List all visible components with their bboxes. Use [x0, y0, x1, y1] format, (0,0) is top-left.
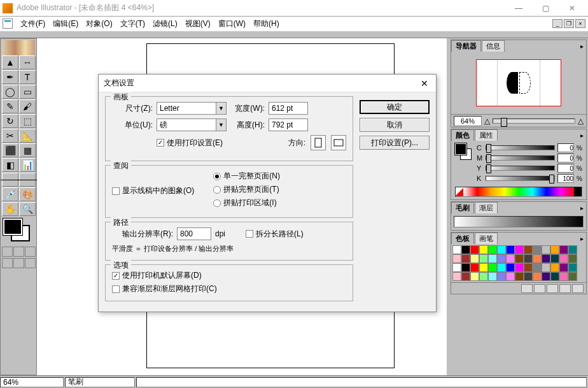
close-button[interactable]: ✕	[559, 1, 585, 16]
swatch-24[interactable]	[542, 254, 550, 263]
swatch-34[interactable]	[506, 263, 515, 272]
swatch-12[interactable]	[559, 245, 568, 254]
slider-M[interactable]	[486, 155, 555, 161]
mode-color[interactable]	[2, 247, 13, 257]
tool-7[interactable]: 🖌	[19, 99, 36, 113]
swatch-36[interactable]	[524, 263, 533, 272]
print-setup-button[interactable]: 打印设置(P)...	[360, 136, 430, 150]
tool-1[interactable]: ↔	[19, 55, 36, 69]
tool-12[interactable]: ⬛	[2, 143, 18, 157]
swatch-31[interactable]	[479, 263, 488, 272]
menu-L[interactable]: 滤镜(L)	[149, 17, 181, 31]
tool-17[interactable]: ───	[19, 173, 36, 187]
width-field[interactable]: 612 pt	[269, 102, 308, 115]
dialog-close-button[interactable]: ✕	[418, 77, 431, 90]
menu-V[interactable]: 视图(V)	[181, 17, 214, 31]
swatch-47[interactable]	[497, 272, 506, 281]
resolution-field[interactable]: 800	[177, 227, 211, 240]
status-scrollbar[interactable]	[136, 377, 587, 387]
mode-none[interactable]	[25, 247, 36, 257]
swatch-27[interactable]	[568, 254, 577, 263]
swatch-11[interactable]	[550, 245, 559, 254]
tool-20[interactable]: ✋	[2, 202, 18, 216]
tab-navigator[interactable]: 导航器	[451, 40, 481, 52]
height-field[interactable]: 792 pt	[269, 119, 308, 131]
tool-13[interactable]: ▦	[19, 143, 36, 157]
swatch-30[interactable]	[470, 263, 479, 272]
tool-8[interactable]: ↻	[2, 114, 18, 128]
mdi-restore[interactable]: ❐	[564, 19, 574, 28]
gradient-preview[interactable]	[454, 216, 584, 227]
tool-0[interactable]: ▲	[2, 55, 18, 69]
swatch-28[interactable]	[452, 263, 461, 272]
tool-14[interactable]: ◧	[2, 158, 18, 172]
swatch-32[interactable]	[488, 263, 497, 272]
size-combo[interactable]: Letter▼	[157, 102, 227, 115]
mdi-minimize[interactable]: _	[552, 19, 563, 28]
swatch-delete[interactable]	[572, 284, 584, 293]
swatch-new[interactable]	[559, 284, 571, 293]
swatch-25[interactable]	[550, 254, 559, 263]
tool-15[interactable]: 📊	[19, 158, 36, 172]
tab-swatches[interactable]: 色板	[451, 233, 474, 244]
radio-tile-full[interactable]: 拼贴完整页面(T)	[213, 184, 280, 195]
maximize-button[interactable]: ▢	[532, 1, 559, 16]
swatch-52[interactable]	[542, 272, 550, 281]
minimize-button[interactable]: —	[505, 1, 532, 16]
swatch-55[interactable]	[568, 272, 577, 281]
tool-18[interactable]: 💉	[2, 187, 18, 201]
swatch-43[interactable]	[461, 272, 470, 281]
tab-stroke[interactable]: 毛刷	[451, 202, 474, 213]
swatch-29[interactable]	[461, 263, 470, 272]
swatch-37[interactable]	[533, 263, 542, 272]
swatch-21[interactable]	[515, 254, 524, 263]
panel-menu-icon[interactable]: ▸	[577, 202, 586, 213]
tab-brushes[interactable]: 画笔	[475, 233, 498, 244]
zoom-input[interactable]	[454, 116, 482, 126]
value-K[interactable]	[557, 174, 574, 183]
zoom-out-icon[interactable]: △	[484, 117, 490, 126]
tool-11[interactable]: 📐	[19, 129, 36, 143]
cancel-button[interactable]: 取消	[360, 118, 430, 132]
color-fill-stroke[interactable]	[455, 143, 472, 162]
compat-gradient-checkbox[interactable]: 兼容渐层和渐层网格打印(C)	[112, 284, 346, 294]
swatch-48[interactable]	[506, 272, 515, 281]
tool-6[interactable]: ✎	[2, 99, 18, 113]
screen-standard[interactable]	[2, 258, 13, 268]
unit-combo[interactable]: 磅▼	[157, 119, 227, 131]
slider-C[interactable]	[486, 145, 555, 150]
swatch-53[interactable]	[550, 272, 559, 281]
tool-21[interactable]: 🔍	[19, 202, 36, 216]
swatch-41[interactable]	[568, 263, 577, 272]
swatch-15[interactable]	[461, 254, 470, 263]
mode-gradient[interactable]	[13, 247, 24, 257]
swatch-44[interactable]	[470, 272, 479, 281]
swatch-16[interactable]	[470, 254, 479, 263]
swatch-26[interactable]	[559, 254, 568, 263]
swatch-btn-3[interactable]	[547, 284, 558, 293]
swatch-22[interactable]	[524, 254, 533, 263]
value-M[interactable]	[557, 154, 574, 162]
value-Y[interactable]	[557, 164, 574, 173]
tool-19[interactable]: 🎨	[19, 187, 36, 201]
swatch-4[interactable]	[488, 245, 497, 254]
swatch-40[interactable]	[559, 263, 568, 272]
navigator-thumbnail[interactable]	[476, 59, 561, 106]
swatch-0[interactable]	[452, 245, 461, 254]
fill-stroke-swatch[interactable]	[2, 219, 35, 245]
value-C[interactable]	[557, 143, 574, 152]
swatch-23[interactable]	[533, 254, 542, 263]
use-printer-screen-checkbox[interactable]: ✓使用打印机默认屏幕(D)	[112, 270, 346, 281]
swatch-51[interactable]	[533, 272, 542, 281]
swatch-9[interactable]	[533, 245, 542, 254]
tool-16[interactable]: ───	[2, 173, 18, 187]
swatch-49[interactable]	[515, 272, 524, 281]
swatch-13[interactable]	[568, 245, 577, 254]
swatch-19[interactable]	[497, 254, 506, 263]
radio-single-page[interactable]: 单一完整页面(N)	[213, 171, 280, 182]
menu-W[interactable]: 窗口(W)	[214, 17, 249, 31]
zoom-slider[interactable]	[493, 119, 575, 124]
swatch-14[interactable]	[452, 254, 461, 263]
menu-F[interactable]: 文件(F)	[17, 17, 49, 31]
panel-menu-icon[interactable]: ▸	[577, 40, 586, 52]
